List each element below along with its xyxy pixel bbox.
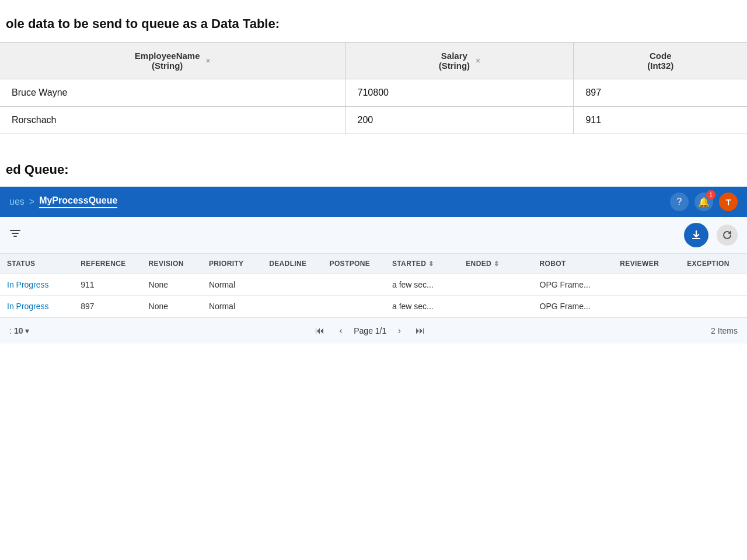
cell-robot-2: OPG Frame... <box>533 296 613 317</box>
page-size-selector[interactable]: : 10 ▾ <box>9 326 29 335</box>
next-page-button[interactable]: › <box>391 323 407 339</box>
th-ended[interactable]: ENDED ⇕ <box>459 254 532 274</box>
page-controls: ⏮ ‹ Page 1/1 › ⏭ <box>312 323 428 339</box>
table-row: Bruce Wayne 710800 897 <box>0 79 747 107</box>
cell-revision-1: None <box>142 274 202 296</box>
breadcrumb-link[interactable]: ues <box>9 197 25 207</box>
cell-deadline-2 <box>262 296 322 317</box>
queue-table-row: In Progress 897 None Normal a few sec...… <box>0 296 747 317</box>
breadcrumb: ues > MyProcessQueue <box>9 195 670 208</box>
page-size-value: 10 <box>14 326 23 335</box>
started-sort-icon: ⇕ <box>428 260 434 267</box>
cell-status-1: In Progress <box>0 274 74 296</box>
data-table-title-text: ole data to be send to queue as a Data T… <box>6 16 280 31</box>
refresh-button[interactable] <box>717 225 738 246</box>
cell-started-1: a few sec... <box>385 274 459 296</box>
page-label: Page 1/1 <box>354 326 386 335</box>
employee-data-table: EmployeeName(String) × Salary(String) × … <box>0 43 747 134</box>
cell-reviewer-1 <box>613 274 680 296</box>
cell-reference-2: 897 <box>74 296 141 317</box>
col-code-label: Code(Int32) <box>647 51 673 71</box>
cell-started-2: a few sec... <box>385 296 459 317</box>
ended-sort-icon: ⇕ <box>494 260 499 267</box>
notification-badge: 1 <box>706 190 715 200</box>
prev-page-button[interactable]: ‹ <box>333 323 349 339</box>
data-table-wrapper: EmployeeName(String) × Salary(String) × … <box>0 42 747 134</box>
data-table-section-title: ole data to be send to queue as a Data T… <box>0 0 747 42</box>
page-size-dropdown-icon[interactable]: ▾ <box>25 326 29 335</box>
notifications-button[interactable]: 🔔 1 <box>694 192 713 211</box>
cell-priority-2: Normal <box>202 296 262 317</box>
th-deadline: DEADLINE <box>262 254 322 274</box>
queue-title-text: ed Queue: <box>6 162 69 177</box>
queue-section-title: ed Queue: <box>0 152 747 187</box>
th-reference: REFERENCE <box>74 254 141 274</box>
page-wrapper: ole data to be send to queue as a Data T… <box>0 0 747 560</box>
col-code: Code(Int32) <box>574 43 747 79</box>
cell-ended-2 <box>459 296 532 317</box>
pagination-bar: : 10 ▾ ⏮ ‹ Page 1/1 › ⏭ 2 Items <box>0 317 747 344</box>
toolbar-right <box>684 223 738 247</box>
download-button[interactable] <box>684 223 708 247</box>
cell-salary-1: 710800 <box>345 79 574 107</box>
cell-code-1: 897 <box>574 79 747 107</box>
user-avatar[interactable]: T <box>719 192 738 211</box>
th-revision: REVISION <box>142 254 202 274</box>
queue-table-wrapper: STATUS REFERENCE REVISION PRIORITY DEADL… <box>0 254 747 317</box>
queue-header-bar: ues > MyProcessQueue ? 🔔 1 T <box>0 187 747 217</box>
th-status: STATUS <box>0 254 74 274</box>
col-employee-name-close[interactable]: × <box>206 56 211 65</box>
filter-icon[interactable] <box>9 228 21 243</box>
cell-salary-2: 200 <box>345 107 574 134</box>
status-badge-2: In Progress <box>7 302 49 311</box>
cell-postpone-2 <box>323 296 385 317</box>
help-icon: ? <box>677 197 682 207</box>
cell-ended-1 <box>459 274 532 296</box>
cell-exception-1 <box>680 274 747 296</box>
col-salary-label: Salary(String) <box>439 51 470 71</box>
help-button[interactable]: ? <box>670 192 689 211</box>
cell-reviewer-2 <box>613 296 680 317</box>
avatar-initial: T <box>725 197 731 207</box>
page-size-label: : <box>9 326 12 335</box>
cell-priority-1: Normal <box>202 274 262 296</box>
col-salary: Salary(String) × <box>345 43 574 79</box>
cell-revision-2: None <box>142 296 202 317</box>
th-priority: PRIORITY <box>202 254 262 274</box>
th-robot: ROBOT <box>533 254 613 274</box>
queue-table-header-row: STATUS REFERENCE REVISION PRIORITY DEADL… <box>0 254 747 274</box>
th-postpone: POSTPONE <box>323 254 385 274</box>
cell-postpone-1 <box>323 274 385 296</box>
cell-robot-1: OPG Frame... <box>533 274 613 296</box>
table-row: Rorschach 200 911 <box>0 107 747 134</box>
cell-reference-1: 911 <box>74 274 141 296</box>
table-header-row: EmployeeName(String) × Salary(String) × … <box>0 43 747 79</box>
queue-items-table: STATUS REFERENCE REVISION PRIORITY DEADL… <box>0 254 747 317</box>
cell-employee-name-1: Bruce Wayne <box>0 79 345 107</box>
col-employee-name: EmployeeName(String) × <box>0 43 345 79</box>
breadcrumb-separator: > <box>29 197 34 207</box>
cell-exception-2 <box>680 296 747 317</box>
last-page-button[interactable]: ⏭ <box>412 323 428 339</box>
col-employee-name-label: EmployeeName(String) <box>135 51 200 71</box>
cell-deadline-1 <box>262 274 322 296</box>
first-page-button[interactable]: ⏮ <box>312 323 328 339</box>
th-reviewer: REVIEWER <box>613 254 680 274</box>
items-count: 2 Items <box>711 326 738 335</box>
status-badge-1: In Progress <box>7 280 49 289</box>
queue-toolbar <box>0 217 747 254</box>
breadcrumb-current: MyProcessQueue <box>39 195 117 208</box>
col-salary-close[interactable]: × <box>476 56 480 65</box>
header-actions: ? 🔔 1 T <box>670 192 738 211</box>
th-started[interactable]: STARTED ⇕ <box>385 254 459 274</box>
queue-table-row: In Progress 911 None Normal a few sec...… <box>0 274 747 296</box>
cell-status-2: In Progress <box>0 296 74 317</box>
cell-employee-name-2: Rorschach <box>0 107 345 134</box>
cell-code-2: 911 <box>574 107 747 134</box>
queue-app: ues > MyProcessQueue ? 🔔 1 T <box>0 187 747 344</box>
th-exception: EXCEPTION <box>680 254 747 274</box>
